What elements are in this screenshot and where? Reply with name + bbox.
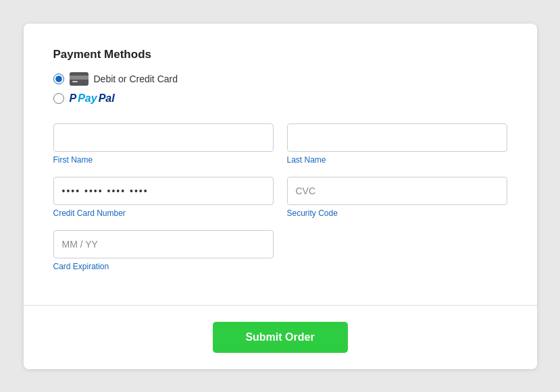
debit-credit-radio[interactable] (53, 74, 64, 84)
card-expiration-label: Card Expiration (53, 262, 274, 271)
last-name-input[interactable] (287, 123, 507, 152)
payment-card: Payment Methods Debit or Credit Card PPa… (24, 24, 537, 369)
card-body: Payment Methods Debit or Credit Card PPa… (24, 24, 537, 302)
payment-form: First Name Last Name Credit Card Number … (53, 123, 507, 283)
credit-card-group: Credit Card Number (53, 177, 274, 218)
security-code-label: Security Code (287, 208, 507, 218)
submit-order-button[interactable]: Submit Order (213, 322, 348, 353)
debit-credit-option[interactable]: Debit or Credit Card (53, 72, 507, 86)
paypal-icon: PPayPal (70, 92, 115, 105)
credit-card-icon (70, 72, 88, 86)
card-expiration-input[interactable] (53, 230, 274, 258)
svg-rect-1 (70, 76, 88, 80)
payment-options: Debit or Credit Card PPayPal (53, 72, 507, 105)
last-name-label: Last Name (287, 155, 507, 165)
paypal-option[interactable]: PPayPal (53, 92, 507, 105)
first-name-group: First Name (53, 123, 274, 165)
first-name-input[interactable] (53, 123, 274, 152)
svg-rect-2 (72, 81, 78, 82)
card-expiration-group: Card Expiration (53, 230, 274, 271)
section-title: Payment Methods (53, 48, 507, 61)
name-row: First Name Last Name (53, 123, 507, 165)
expiration-row: Card Expiration (53, 230, 507, 271)
first-name-label: First Name (53, 155, 274, 165)
card-footer: Submit Order (24, 306, 537, 369)
credit-card-label: Credit Card Number (53, 208, 274, 218)
security-code-input[interactable] (287, 177, 507, 205)
last-name-group: Last Name (287, 123, 507, 165)
debit-credit-label: Debit or Credit Card (94, 74, 178, 84)
paypal-radio[interactable] (53, 93, 64, 104)
card-security-row: Credit Card Number Security Code (53, 177, 507, 218)
credit-card-input[interactable] (53, 177, 274, 205)
security-code-group: Security Code (287, 177, 507, 218)
